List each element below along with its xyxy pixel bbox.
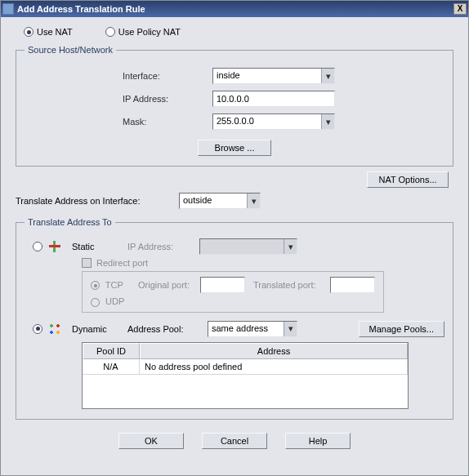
dialog-buttons: OK Cancel Help bbox=[16, 425, 453, 457]
ok-button[interactable]: OK bbox=[118, 433, 184, 449]
original-port-label: Original port: bbox=[138, 280, 197, 290]
address-header: Address bbox=[140, 343, 408, 359]
translate-on-interface-label: Translate Address on Interface: bbox=[16, 196, 179, 206]
chevron-down-icon: ▾ bbox=[321, 114, 334, 129]
redirect-port-checkbox bbox=[82, 258, 92, 268]
radio-icon bbox=[105, 27, 115, 37]
window-title: Add Address Translation Rule bbox=[17, 4, 453, 14]
translate-to-legend: Translate Address To bbox=[25, 217, 115, 227]
nat-options-button[interactable]: NAT Options... bbox=[367, 171, 449, 188]
nat-mode-group: Use NAT Use Policy NAT bbox=[24, 27, 453, 37]
dialog-body: Use NAT Use Policy NAT Source Host/Netwo… bbox=[1, 17, 468, 475]
help-button[interactable]: Help bbox=[285, 433, 351, 449]
dynamic-label: Dynamic bbox=[72, 324, 121, 334]
static-plus-icon bbox=[49, 241, 60, 252]
original-port-field bbox=[200, 277, 245, 293]
static-radio[interactable] bbox=[33, 242, 42, 251]
interface-combo[interactable]: inside ▾ bbox=[212, 68, 335, 84]
udp-label: UDP bbox=[105, 296, 124, 306]
static-ip-combo: ▾ bbox=[199, 238, 297, 255]
source-host-network-group: Source Host/Network Interface: inside ▾ … bbox=[16, 45, 453, 167]
pool-table: Pool ID Address N/A No address pool defi… bbox=[82, 342, 409, 409]
source-legend: Source Host/Network bbox=[25, 45, 116, 55]
udp-radio bbox=[91, 298, 100, 307]
manage-pools-button[interactable]: Manage Pools... bbox=[359, 321, 445, 337]
dialog-window: Add Address Translation Rule X Use NAT U… bbox=[0, 0, 469, 476]
ip-address-label: IP Address: bbox=[123, 94, 212, 104]
translated-port-label: Translated port: bbox=[253, 280, 327, 290]
translated-port-field bbox=[330, 277, 375, 293]
chevron-down-icon: ▾ bbox=[284, 322, 297, 336]
use-nat-option[interactable]: Use NAT bbox=[24, 27, 73, 37]
chevron-down-icon: ▾ bbox=[247, 194, 260, 208]
use-nat-label: Use NAT bbox=[37, 27, 73, 37]
translate-interface-combo[interactable]: outside ▾ bbox=[179, 193, 261, 209]
table-row[interactable]: N/A No address pool defined bbox=[83, 359, 408, 375]
mask-combo[interactable]: 255.0.0.0 ▾ bbox=[212, 113, 335, 130]
pool-id-header: Pool ID bbox=[83, 343, 140, 359]
interface-label: Interface: bbox=[123, 71, 212, 81]
dynamic-dots-icon bbox=[49, 323, 60, 335]
tcp-radio bbox=[91, 281, 100, 290]
chevron-down-icon: ▾ bbox=[321, 69, 334, 83]
port-redirect-box: TCP Original port: Translated port: UDP bbox=[82, 271, 384, 313]
cancel-button[interactable]: Cancel bbox=[202, 433, 267, 449]
translate-address-to-group: Translate Address To Static IP Address: … bbox=[16, 217, 453, 420]
app-icon bbox=[2, 3, 14, 15]
tcp-label: TCP bbox=[105, 280, 123, 290]
mask-label: Mask: bbox=[123, 117, 212, 127]
use-policy-nat-label: Use Policy NAT bbox=[118, 27, 181, 37]
use-policy-nat-option[interactable]: Use Policy NAT bbox=[105, 27, 181, 37]
address-pool-label: Address Pool: bbox=[127, 324, 201, 334]
static-ip-value bbox=[200, 239, 284, 254]
close-button[interactable]: X bbox=[453, 3, 467, 15]
address-cell: No address pool defined bbox=[140, 359, 408, 374]
ip-address-field[interactable] bbox=[212, 91, 335, 107]
title-bar: Add Address Translation Rule X bbox=[1, 1, 468, 17]
browse-button[interactable]: Browse ... bbox=[198, 140, 271, 156]
static-ip-label: IP Address: bbox=[127, 242, 193, 251]
translate-interface-value: outside bbox=[180, 194, 247, 208]
dynamic-radio[interactable] bbox=[33, 324, 42, 334]
address-pool-combo[interactable]: same address ▾ bbox=[208, 321, 297, 337]
radio-icon bbox=[24, 27, 34, 37]
address-pool-value: same address bbox=[208, 322, 284, 336]
interface-value: inside bbox=[213, 69, 321, 83]
mask-value: 255.0.0.0 bbox=[213, 114, 321, 129]
static-label: Static bbox=[72, 242, 121, 251]
redirect-port-label: Redirect port bbox=[96, 258, 148, 268]
pool-id-cell: N/A bbox=[83, 359, 140, 374]
chevron-down-icon: ▾ bbox=[284, 239, 297, 254]
